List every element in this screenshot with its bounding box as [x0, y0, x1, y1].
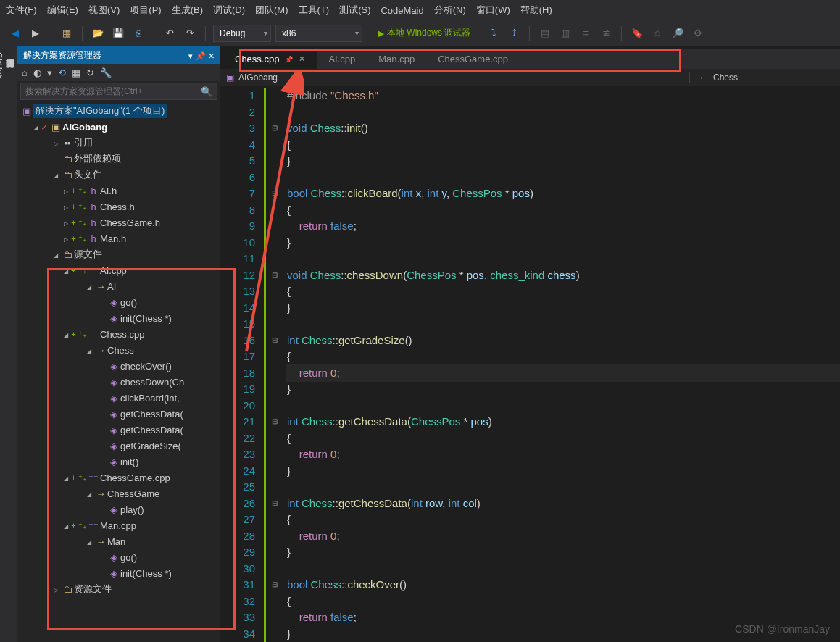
tree-node[interactable]: ◈go() — [17, 294, 220, 310]
menu-item[interactable]: 视图(V) — [88, 4, 120, 17]
code-line[interactable]: } — [287, 153, 840, 170]
indent-icon[interactable]: ▤ — [537, 25, 553, 41]
code-line[interactable] — [287, 104, 840, 121]
code-line[interactable]: return 0; — [287, 446, 840, 463]
expand-icon[interactable] — [61, 522, 71, 530]
tree-node[interactable]: ◈init() — [17, 454, 220, 470]
editor-tab[interactable]: Chess.cpp 📌 ✕ — [223, 49, 317, 69]
close-icon[interactable]: ✕ — [299, 54, 305, 64]
pin-icon[interactable]: 📌 — [196, 51, 206, 60]
expand-icon[interactable] — [61, 219, 71, 227]
tree-node[interactable]: + ⁺₊hAI.h — [17, 183, 220, 199]
pin-icon[interactable]: 📌 — [285, 56, 293, 63]
expand-icon[interactable] — [84, 346, 94, 354]
save-all-icon[interactable]: ⎘ — [130, 25, 146, 41]
code-line[interactable]: int Chess::getGradeSize() — [287, 333, 840, 349]
expand-icon[interactable] — [61, 267, 71, 275]
expand-icon[interactable] — [84, 283, 94, 291]
tree-node[interactable]: 🗀头文件 — [17, 167, 220, 183]
code-line[interactable]: return 0; — [287, 528, 840, 545]
menu-item[interactable]: 编辑(E) — [47, 4, 78, 17]
code-line[interactable]: int Chess::getChessData(int row, int col… — [287, 496, 840, 512]
expand-icon[interactable] — [51, 171, 61, 179]
tree-node[interactable]: 🗀资源文件 — [17, 581, 220, 597]
tree-node[interactable]: ✓▣AIGobang — [17, 119, 220, 135]
refresh-icon[interactable]: ↻ — [86, 67, 94, 78]
tree-node[interactable]: →Chess — [17, 342, 220, 358]
fold-toggle[interactable]: ⊟ — [268, 185, 281, 202]
expand-icon[interactable] — [61, 187, 71, 195]
breadcrumb-scope[interactable]: ▣AIGobang — [226, 72, 454, 83]
tree-node[interactable]: + ⁺₊⁺⁺Man.cpp — [17, 517, 220, 533]
comment-icon[interactable]: ≡ — [578, 25, 594, 41]
step2-icon[interactable]: ⤴ — [506, 25, 522, 41]
nav-back-icon[interactable]: ◀ — [7, 25, 23, 41]
tree-node[interactable]: ▣解决方案"AIGobang"(1 个项目) — [17, 103, 220, 119]
expand-icon[interactable] — [51, 251, 61, 259]
code-line[interactable]: bool Chess::clickBoard(int x, int y, Che… — [287, 185, 840, 202]
tree-node[interactable]: + ⁺₊⁺⁺AI.cpp — [17, 262, 220, 278]
tree-node[interactable]: + ⁺₊hChess.h — [17, 199, 220, 214]
tree-node[interactable]: 🗀外部依赖项 — [17, 151, 220, 167]
code-line[interactable]: { — [287, 283, 840, 300]
code-line[interactable]: { — [287, 137, 840, 154]
tree-node[interactable]: ◈getGradeSize( — [17, 438, 220, 454]
back-icon[interactable]: ◐ — [33, 67, 41, 78]
dropdown-icon[interactable]: ▾ — [188, 51, 193, 60]
code-line[interactable]: } — [287, 544, 840, 561]
menu-item[interactable]: 团队(M) — [255, 4, 288, 17]
menu-item[interactable]: 项目(P) — [130, 4, 161, 17]
menu-item[interactable]: 测试(S) — [339, 4, 370, 17]
menu-item[interactable]: 窗口(W) — [476, 4, 510, 17]
redo-icon[interactable]: ↷ — [182, 25, 198, 41]
outdent-icon[interactable]: ▥ — [557, 25, 573, 41]
uncomment-icon[interactable]: ≢ — [598, 25, 614, 41]
code-line[interactable] — [287, 398, 840, 414]
tree-node[interactable]: ◈getChessData( — [17, 422, 220, 438]
menu-item[interactable]: 文件(F) — [6, 4, 37, 17]
undo-icon[interactable]: ↶ — [162, 25, 178, 41]
tree-node[interactable]: →Man — [17, 533, 220, 549]
code-line[interactable]: } — [287, 381, 840, 398]
tree-node[interactable]: →AI — [17, 278, 220, 294]
menu-item[interactable]: 工具(T) — [299, 4, 330, 17]
search-icon[interactable]: 🔍 — [196, 86, 217, 97]
code-line[interactable]: void Chess::init() — [287, 120, 840, 137]
fold-toggle[interactable]: ⊟ — [268, 496, 281, 512]
code-line[interactable] — [287, 170, 840, 186]
a-icon[interactable]: ⎌ — [649, 25, 665, 41]
code-line[interactable]: } — [287, 300, 840, 317]
code-line[interactable]: return 0; — [287, 365, 840, 382]
well-team-explorer[interactable]: 团队资源管理器 — [4, 52, 16, 625]
code-line[interactable]: } — [287, 235, 840, 251]
new-project-icon[interactable]: ▦ — [59, 25, 75, 41]
code-line[interactable]: { — [287, 430, 840, 447]
b-icon[interactable]: 🔎 — [670, 25, 686, 41]
sync-icon[interactable]: ⟲ — [58, 67, 66, 78]
tree-node[interactable]: ◈checkOver() — [17, 358, 220, 374]
bookmark-icon[interactable]: 🔖 — [629, 25, 645, 41]
code-line[interactable] — [287, 316, 840, 333]
open-icon[interactable]: 📂 — [90, 25, 106, 41]
expand-icon[interactable] — [84, 538, 94, 546]
code-line[interactable]: } — [287, 463, 840, 480]
expand-icon[interactable] — [61, 203, 71, 211]
code-line[interactable]: { — [287, 202, 840, 219]
code-line[interactable]: void Chess::chessDown(ChessPos * pos, ch… — [287, 267, 840, 284]
tree-node[interactable]: 🗀源文件 — [17, 246, 220, 262]
tree-node[interactable]: ▪▪引用 — [17, 135, 220, 151]
code-editor[interactable]: 1234567891011121314151617181920212223242… — [220, 86, 840, 642]
code-line[interactable]: int Chess::getChessData(ChessPos * pos) — [287, 414, 840, 430]
tree-node[interactable]: + ⁺₊hChessGame.h — [17, 214, 220, 230]
tree-node[interactable]: + ⁺₊hMan.h — [17, 230, 220, 246]
menu-item[interactable]: 分析(N) — [434, 4, 466, 17]
menu-item[interactable]: 帮助(H) — [520, 4, 552, 17]
fold-toggle[interactable]: ⊟ — [268, 414, 281, 430]
expand-icon[interactable] — [61, 235, 71, 243]
props-icon[interactable]: 🔧 — [100, 67, 112, 78]
expand-icon[interactable] — [84, 490, 94, 498]
expand-icon[interactable] — [61, 330, 71, 338]
tree-node[interactable]: ◈clickBoard(int, — [17, 390, 220, 406]
collapse-icon[interactable]: ▾ — [47, 67, 52, 78]
well-github[interactable]: GitHub — [0, 52, 4, 625]
